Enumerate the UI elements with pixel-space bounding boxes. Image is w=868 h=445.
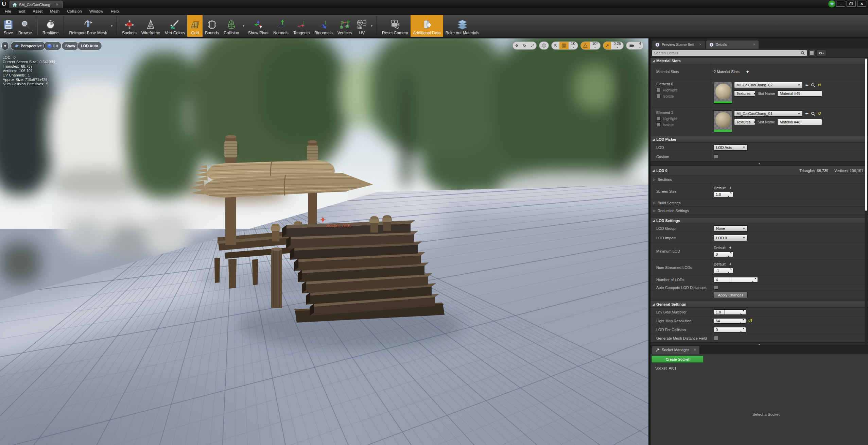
tab-close-icon[interactable]: ✕ xyxy=(699,43,702,46)
spin-handle-icon[interactable] xyxy=(752,278,756,281)
collision-button[interactable]: Collision xyxy=(221,15,241,37)
viewport[interactable]: Socket_AI01 ▾ Perspective Lit Show LOD A… xyxy=(0,38,648,445)
lod-auto-button[interactable]: LOD Auto xyxy=(77,41,102,50)
spin-handle-icon[interactable] xyxy=(728,193,731,196)
collision-dropdown-caret[interactable]: ▾ xyxy=(241,15,246,37)
custom-checkbox[interactable] xyxy=(714,154,718,159)
sockets-button[interactable]: Sockets xyxy=(120,15,139,37)
add-override-icon[interactable]: + xyxy=(729,261,732,267)
add-material-slot-icon[interactable]: + xyxy=(746,69,749,74)
close-button[interactable]: ✕ xyxy=(857,1,866,7)
auto-compute-checkbox[interactable] xyxy=(714,285,718,290)
browse-to-asset-icon[interactable] xyxy=(811,112,815,116)
scale-snap-value[interactable]: 0.25▾ xyxy=(611,42,623,49)
material-thumbnail[interactable] xyxy=(714,82,732,104)
uv-dropdown-caret[interactable]: ▾ xyxy=(369,15,374,37)
binormals-button[interactable]: Binormals xyxy=(312,15,335,37)
reimport-base-mesh-button[interactable]: Reimport Base Mesh xyxy=(67,15,109,37)
search-details-input[interactable]: Search Details xyxy=(652,50,807,56)
lod-for-collision-input[interactable]: 0 xyxy=(714,327,746,332)
add-override-icon[interactable]: + xyxy=(729,185,732,190)
material-thumbnail[interactable] xyxy=(714,110,732,132)
spin-handle-icon[interactable] xyxy=(728,269,731,272)
create-socket-button[interactable]: Create Socket xyxy=(652,356,704,363)
socket-list-item[interactable]: Socket_AI01 xyxy=(655,366,676,370)
reset-to-default-icon[interactable]: ↺ xyxy=(818,111,821,116)
surface-snap-icon[interactable]: ⇱ xyxy=(552,42,559,49)
asset-tab[interactable]: SM_CaiCaoChang ✕ xyxy=(10,1,63,8)
section-material-slots[interactable]: ◢Material Slots xyxy=(650,58,868,64)
isolate-checkbox[interactable] xyxy=(656,94,661,98)
material-select-dropdown[interactable]: MI_CaiCaoChang_01▼ xyxy=(734,110,803,117)
grid-snap-control[interactable]: ⇱ 10▾ xyxy=(551,41,578,50)
viewport-options-dropdown[interactable]: ▾ xyxy=(1,41,9,50)
socket-viewport-label[interactable]: Socket_AI01 xyxy=(326,223,351,228)
reset-to-default-icon[interactable]: ↺ xyxy=(818,83,821,87)
num-streamed-lods-input[interactable]: -1 xyxy=(714,268,733,273)
menu-collision[interactable]: Collision xyxy=(63,9,85,13)
isolate-checkbox[interactable] xyxy=(656,122,661,127)
spin-handle-icon[interactable] xyxy=(741,328,744,331)
apply-changes-button[interactable]: Apply Changes xyxy=(714,292,748,298)
tutorial-icon[interactable] xyxy=(828,0,835,7)
bounds-button[interactable]: Bounds xyxy=(203,15,221,37)
tab-preview-scene-settings[interactable]: i Preview Scene Sett ✕ xyxy=(652,40,705,49)
slot-name-input[interactable]: Material #48 xyxy=(777,119,822,125)
display-filter-button[interactable] xyxy=(809,50,815,56)
section-lod-settings[interactable]: ◢LOD Settings xyxy=(650,218,868,224)
tab-socket-manager[interactable]: Socket Manager ✕ xyxy=(652,345,700,354)
menu-file[interactable]: File xyxy=(1,9,15,13)
move-tool-icon[interactable]: ✥ xyxy=(513,42,521,49)
add-override-icon[interactable]: + xyxy=(729,245,732,250)
details-scrollbar-thumb[interactable] xyxy=(865,58,867,211)
grid-snap-value[interactable]: 10▾ xyxy=(569,42,577,49)
material-select-dropdown[interactable]: MI_CaiCaoChang_02▼ xyxy=(734,82,803,88)
menu-help[interactable]: Help xyxy=(107,9,123,13)
minimize-button[interactable]: – xyxy=(836,1,845,7)
spin-handle-icon[interactable] xyxy=(741,310,744,314)
slot-name-input[interactable]: Material #49 xyxy=(777,90,822,97)
additional-data-button[interactable]: Additional Data xyxy=(411,15,443,37)
reset-to-default-icon[interactable]: ↺ xyxy=(748,318,752,324)
restore-button[interactable] xyxy=(847,1,856,7)
perspective-button[interactable]: Perspective xyxy=(11,41,46,50)
lod-group-dropdown[interactable]: None▼ xyxy=(714,225,748,232)
vertices-button[interactable]: Vertices xyxy=(335,15,354,37)
lod-import-dropdown[interactable]: LOD 0▼ xyxy=(714,235,748,241)
section-expander[interactable]: ▼ xyxy=(650,161,868,166)
highlight-checkbox[interactable] xyxy=(656,88,661,92)
details-scrollbar[interactable] xyxy=(865,58,868,345)
show-pivot-button[interactable]: Show Pivot xyxy=(246,15,271,37)
menu-mesh[interactable]: Mesh xyxy=(46,9,63,13)
use-selected-icon[interactable]: ⬅ xyxy=(805,83,809,87)
realtime-button[interactable]: Realtime xyxy=(40,15,61,37)
view-options-button[interactable]: ▾ xyxy=(817,50,826,56)
browse-button[interactable]: Browse xyxy=(16,15,34,37)
lightmap-resolution-input[interactable]: 64 xyxy=(714,318,746,324)
rotation-snap-icon[interactable] xyxy=(581,42,590,49)
scale-snap-icon[interactable]: ↗ xyxy=(603,42,611,49)
reduction-settings-expander[interactable]: ▷Reduction Settings xyxy=(650,207,868,215)
reimport-dropdown-caret[interactable]: ▾ xyxy=(109,15,114,37)
section-expander[interactable]: ▼ xyxy=(650,342,868,345)
build-settings-expander[interactable]: ▷Build Settings xyxy=(650,199,868,207)
reset-camera-button[interactable]: Reset Camera xyxy=(380,15,411,37)
show-button[interactable]: Show xyxy=(62,41,79,50)
browse-to-asset-icon[interactable] xyxy=(811,83,815,87)
tangents-button[interactable]: Tangents xyxy=(291,15,312,37)
transform-tools[interactable]: ✥ ↻ ⤢ xyxy=(513,41,537,50)
lod-dropdown[interactable]: LOD Auto▼ xyxy=(714,144,748,151)
tab-close-icon[interactable]: ✕ xyxy=(753,43,756,46)
normals-button[interactable]: Normals xyxy=(271,15,291,37)
rotation-snap-control[interactable]: 10°▾ xyxy=(580,41,601,50)
scale-tool-icon[interactable]: ⤢ xyxy=(528,42,536,49)
number-of-lods-slider[interactable]: 4 xyxy=(714,277,758,283)
tab-close-icon[interactable]: ✕ xyxy=(56,3,58,6)
grid-snap-icon[interactable] xyxy=(559,42,569,49)
tab-close-icon[interactable]: ✕ xyxy=(694,348,696,352)
camera-speed-control[interactable]: 4▾ xyxy=(626,41,644,50)
grid-button[interactable]: Grid xyxy=(187,15,203,37)
use-selected-icon[interactable]: ⬅ xyxy=(805,111,809,116)
camera-speed-icon[interactable] xyxy=(626,42,637,49)
save-button[interactable]: Save xyxy=(1,15,16,37)
